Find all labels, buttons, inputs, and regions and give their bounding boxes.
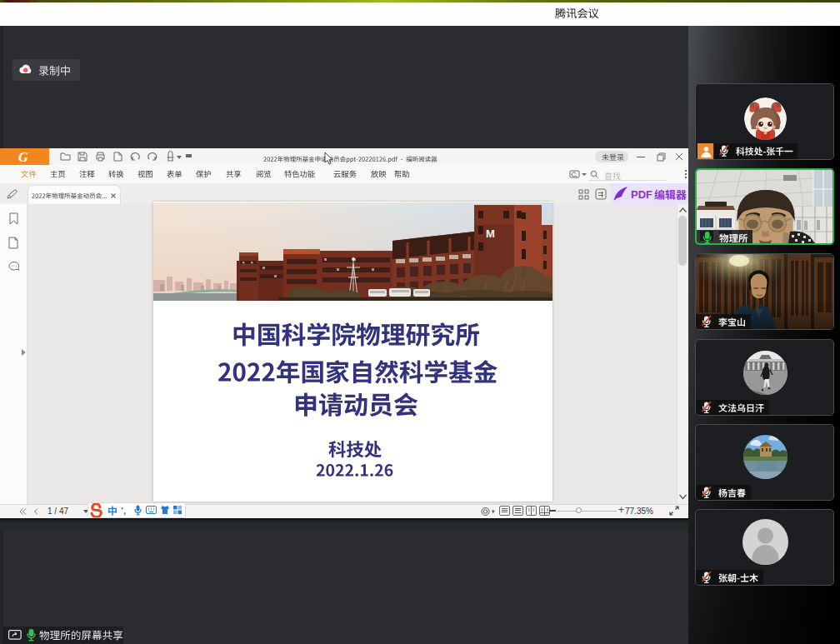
svg-text:M: M	[486, 227, 495, 240]
